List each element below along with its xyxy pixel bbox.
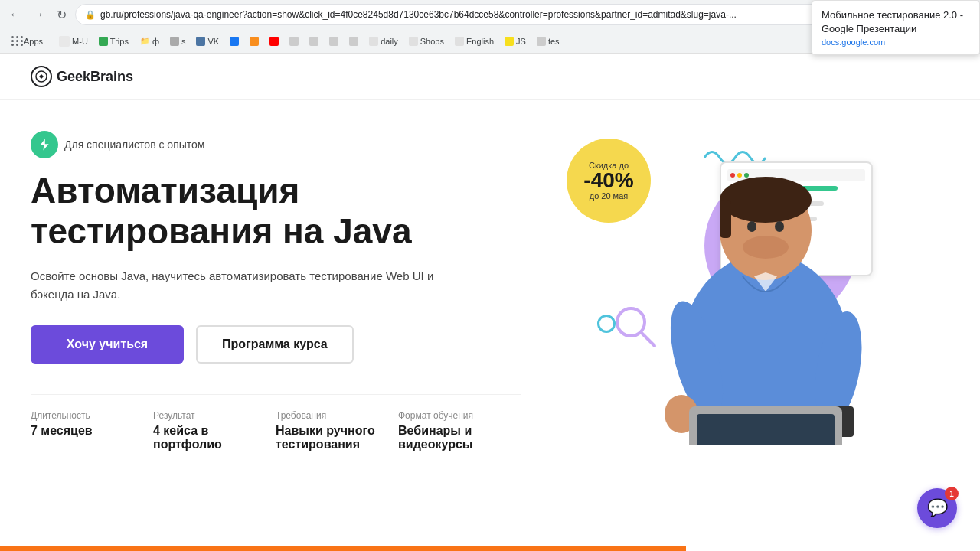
site-logo[interactable]: GeekBrains — [31, 66, 949, 87]
hero-section: Для специалистов с опытом Автоматизация … — [0, 100, 980, 468]
logo-icon — [31, 66, 52, 87]
lightning-icon — [31, 131, 58, 158]
bookmark-other3[interactable] — [325, 35, 343, 47]
magnifier-icon — [612, 304, 658, 353]
bookmark-other3-icon — [329, 37, 338, 46]
bookmark-fb[interactable] — [225, 35, 243, 47]
bookmark-other2-icon — [309, 37, 318, 46]
bookmark-apps-label: Apps — [24, 37, 43, 46]
svg-point-6 — [720, 177, 812, 223]
bookmark-english[interactable]: English — [450, 35, 498, 47]
bookmark-s[interactable]: s — [165, 35, 191, 47]
svg-point-9 — [775, 221, 784, 232]
stat-req-label: Требования — [276, 410, 383, 421]
stat-result: Результат 4 кейса в портфолио — [153, 410, 276, 452]
bookmark-trips-label: Trips — [110, 37, 129, 46]
stat-requirements: Требования Навыки ручного тестирования — [276, 410, 398, 452]
hero-illustration: Скидка до -40% до 20 мая — [521, 123, 919, 445]
stat-result-label: Результат — [153, 410, 260, 421]
hero-left: Для специалистов с опытом Автоматизация … — [31, 123, 521, 452]
bookmark-ok-icon — [250, 37, 259, 46]
enroll-button[interactable]: Хочу учиться — [31, 325, 184, 364]
stat-duration-value: 7 месяцев — [31, 424, 138, 438]
bookmark-tes[interactable]: tes — [532, 35, 564, 47]
stat-format: Формат обучения Вебинары и видеокурсы — [398, 410, 521, 452]
bookmark-apps[interactable]: Apps — [6, 34, 47, 48]
bookmark-trips[interactable]: Trips — [94, 35, 133, 47]
bookmark-other1[interactable] — [285, 35, 303, 47]
bookmark-mu-icon — [59, 36, 70, 47]
bottom-orange-bar — [0, 546, 980, 551]
bookmark-mu[interactable]: M-U — [54, 34, 93, 48]
bookmark-shops-icon — [409, 37, 418, 46]
bookmark-f-label: ф — [152, 37, 159, 46]
bookmark-ok[interactable] — [245, 35, 263, 47]
bookmark-fb-icon — [230, 37, 239, 46]
refresh-button[interactable]: ↻ — [52, 5, 70, 24]
bookmark-yt-icon — [270, 37, 279, 46]
bookmark-s-label: s — [181, 37, 186, 46]
bookmark-f[interactable]: 📁 ф — [135, 34, 164, 48]
tooltip-title: Мобильное тестирование 2.0 - Google През… — [822, 8, 970, 36]
stat-result-value: 4 кейса в портфолио — [153, 424, 260, 452]
stat-format-value: Вебинары и видеокурсы — [398, 424, 505, 452]
bookmark-vk-icon — [196, 37, 205, 46]
stat-format-label: Формат обучения — [398, 410, 505, 421]
back-button[interactable]: ← — [6, 5, 24, 24]
stats-row: Длительность 7 месяцев Результат 4 кейса… — [31, 394, 521, 452]
separator — [51, 35, 51, 47]
bookmark-mu-label: M-U — [72, 37, 88, 46]
bookmark-other2[interactable] — [305, 35, 323, 47]
page-content: GeekBrains Для специалистов с опытом Авт… — [0, 54, 980, 551]
bookmark-js[interactable]: JS — [500, 35, 531, 47]
forward-button[interactable]: → — [29, 5, 47, 24]
tooltip-popup: Мобильное тестирование 2.0 - Google През… — [812, 0, 980, 55]
stat-duration-label: Длительность — [31, 410, 138, 421]
bookmark-daily-icon — [369, 37, 378, 46]
chat-icon: 💬 — [927, 498, 948, 518]
bookmark-vk-label: VK — [207, 37, 219, 46]
svg-line-2 — [641, 332, 655, 346]
bookmark-s-icon — [170, 37, 179, 46]
bookmark-english-label: English — [466, 37, 494, 46]
site-header: GeekBrains — [0, 54, 980, 100]
discount-badge: Скидка до -40% до 20 мая — [567, 139, 651, 223]
logo-text: GeekBrains — [57, 69, 133, 85]
apps-grid-icon — [11, 36, 21, 47]
svg-point-8 — [747, 221, 756, 232]
bookmark-tes-icon — [537, 37, 546, 46]
bookmark-js-label: JS — [516, 37, 526, 46]
bookmark-shops[interactable]: Shops — [404, 35, 449, 47]
bookmark-yt[interactable] — [265, 35, 283, 47]
lock-icon: 🔒 — [85, 10, 96, 20]
experience-badge: Для специалистов с опытом — [31, 131, 204, 158]
bookmark-daily[interactable]: daily — [364, 35, 403, 47]
bookmark-english-icon — [455, 37, 464, 46]
bookmark-other4-icon — [349, 37, 358, 46]
hero-buttons: Хочу учиться Программа курса — [31, 325, 521, 364]
svg-point-10 — [743, 236, 789, 259]
svg-rect-7 — [720, 200, 731, 238]
tooltip-url: docs.google.com — [822, 37, 970, 47]
bookmark-other1-icon — [289, 37, 299, 46]
chat-notification-badge: 1 — [945, 487, 959, 500]
svg-rect-17 — [697, 414, 835, 445]
hero-title: Автоматизация тестирования на Java — [31, 171, 521, 252]
bookmark-js-icon — [505, 37, 514, 46]
stat-duration: Длительность 7 месяцев — [31, 410, 153, 452]
stat-req-value: Навыки ручного тестирования — [276, 424, 383, 452]
chat-button[interactable]: 💬 1 — [917, 488, 957, 528]
bookmark-other4[interactable] — [345, 35, 363, 47]
bookmark-trips-icon — [99, 37, 108, 46]
hero-description: Освойте основы Java, научитесь автоматиз… — [31, 267, 444, 304]
bookmark-vk[interactable]: VK — [191, 35, 224, 47]
bookmark-shops-label: Shops — [420, 37, 444, 46]
discount-main-text: -40% — [583, 170, 633, 191]
person-figure — [612, 123, 919, 445]
bookmark-tes-label: tes — [548, 37, 560, 46]
discount-bottom-text: до 20 мая — [590, 191, 629, 201]
bookmark-f-icon: 📁 — [139, 36, 150, 47]
bookmark-daily-label: daily — [381, 37, 398, 46]
badge-text: Для специалистов с опытом — [64, 139, 204, 151]
curriculum-button[interactable]: Программа курса — [196, 325, 354, 364]
